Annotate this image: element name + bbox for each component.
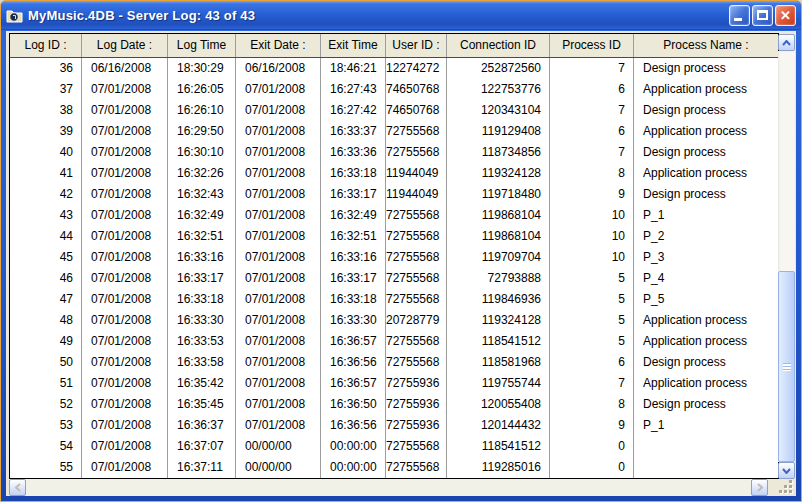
table-cell-log_time: 16:30:10 — [168, 142, 236, 163]
table-cell-process_name: Application process — [634, 79, 778, 100]
table-cell-exit_date: 07/01/2008 — [236, 226, 321, 247]
chevron-down-icon — [782, 468, 791, 474]
table-cell-exit_date: 07/01/2008 — [236, 310, 321, 331]
table-cell-log_date: 07/01/2008 — [82, 100, 168, 121]
table-cell-log_date: 07/01/2008 — [82, 121, 168, 142]
titlebar[interactable]: MyMusic.4DB - Server Log: 43 of 43 ✕ — [1, 1, 801, 30]
table-cell-exit_time: 16:36:57 — [321, 373, 386, 394]
table-cell-process_name: P_4 — [634, 268, 778, 289]
minimize-icon — [734, 18, 742, 21]
table-cell-log_date: 07/01/2008 — [82, 163, 168, 184]
table-row[interactable]: 3907/01/200816:29:5007/01/200816:33:3772… — [10, 121, 778, 142]
table-row[interactable]: 5107/01/200816:35:4207/01/200816:36:5772… — [10, 373, 778, 394]
table-cell-log_time: 16:37:11 — [168, 457, 236, 478]
chevron-left-icon — [15, 483, 21, 492]
scroll-thumb[interactable] — [778, 271, 795, 462]
resize-grip[interactable] — [778, 479, 795, 496]
table-cell-log_time: 16:33:53 — [168, 331, 236, 352]
close-button[interactable]: ✕ — [775, 5, 796, 26]
column-header-exit_date[interactable]: Exit Date : — [236, 34, 321, 57]
thumb-grip-icon — [783, 363, 791, 371]
table-row[interactable]: 5307/01/200816:36:3707/01/200816:36:5672… — [10, 415, 778, 436]
table-row[interactable]: 4207/01/200816:32:4307/01/200816:33:1711… — [10, 184, 778, 205]
column-header-exit_time[interactable]: Exit Time — [321, 34, 386, 57]
table-cell-log_id: 53 — [10, 415, 82, 436]
table-cell-log_date: 06/16/2008 — [82, 58, 168, 79]
table-cell-log_date: 07/01/2008 — [82, 373, 168, 394]
table-cell-log_id: 46 — [10, 268, 82, 289]
table-cell-user_id: 12274272 — [386, 58, 447, 79]
table-cell-connection_id: 120055408 — [447, 394, 550, 415]
column-header-log_id[interactable]: Log ID : — [10, 34, 82, 57]
table-cell-process_name: Application process — [634, 310, 778, 331]
table-row[interactable]: 3606/16/200818:30:2906/16/200818:46:2112… — [10, 58, 778, 79]
table-row[interactable]: 5207/01/200816:35:4507/01/200816:36:5072… — [10, 394, 778, 415]
table-row[interactable]: 4707/01/200816:33:1807/01/200816:33:1872… — [10, 289, 778, 310]
table-cell-log_id: 38 — [10, 100, 82, 121]
table-cell-exit_date: 07/01/2008 — [236, 79, 321, 100]
table-cell-exit_time: 16:32:49 — [321, 205, 386, 226]
table-row[interactable]: 5507/01/200816:37:1100/00/0000:00:007275… — [10, 457, 778, 478]
window-title: MyMusic.4DB - Server Log: 43 of 43 — [28, 8, 729, 23]
table-row[interactable]: 4307/01/200816:32:4907/01/200816:32:4972… — [10, 205, 778, 226]
table-row[interactable]: 4807/01/200816:33:3007/01/200816:33:3020… — [10, 310, 778, 331]
table-cell-log_date: 07/01/2008 — [82, 142, 168, 163]
table-row[interactable]: 4607/01/200816:33:1707/01/200816:33:1772… — [10, 268, 778, 289]
table-cell-process_id: 5 — [550, 310, 634, 331]
horizontal-scrollbar[interactable] — [9, 479, 768, 496]
table-body: 3606/16/200818:30:2906/16/200818:46:2112… — [10, 58, 778, 478]
table-row[interactable]: 5407/01/200816:37:0700/00/0000:00:007275… — [10, 436, 778, 457]
scroll-track[interactable] — [778, 51, 795, 462]
table-cell-exit_date: 07/01/2008 — [236, 100, 321, 121]
table-row[interactable]: 3707/01/200816:26:0507/01/200816:27:4374… — [10, 79, 778, 100]
table-cell-connection_id: 119718480 — [447, 184, 550, 205]
table-cell-process_name: P_5 — [634, 289, 778, 310]
table-row[interactable]: 5007/01/200816:33:5807/01/200816:36:5672… — [10, 352, 778, 373]
column-header-log_time[interactable]: Log Time — [168, 34, 236, 57]
table-cell-log_id: 51 — [10, 373, 82, 394]
minimize-button[interactable] — [729, 5, 750, 26]
table-cell-process_id: 9 — [550, 184, 634, 205]
table-cell-connection_id: 119285016 — [447, 457, 550, 478]
table-cell-process_name: Application process — [634, 373, 778, 394]
grip-dot-icon — [784, 485, 787, 488]
table-row[interactable]: 4407/01/200816:32:5107/01/200816:32:5172… — [10, 226, 778, 247]
table-row[interactable]: 3807/01/200816:26:1007/01/200816:27:4274… — [10, 100, 778, 121]
scroll-down-button[interactable] — [778, 462, 795, 479]
table-cell-log_time: 16:26:10 — [168, 100, 236, 121]
table-cell-exit_date: 00/00/00 — [236, 436, 321, 457]
table-cell-user_id: 11944049 — [386, 184, 447, 205]
column-header-connection_id[interactable]: Connection ID — [447, 34, 550, 57]
column-header-log_date[interactable]: Log Date : — [82, 34, 168, 57]
table-cell-log_time: 16:35:42 — [168, 373, 236, 394]
table-row[interactable]: 4107/01/200816:32:2607/01/200816:33:1811… — [10, 163, 778, 184]
close-icon: ✕ — [776, 6, 795, 25]
table-cell-user_id: 72755568 — [386, 247, 447, 268]
table-row[interactable]: 4507/01/200816:33:1607/01/200816:33:1672… — [10, 247, 778, 268]
table-cell-process_name — [634, 436, 778, 457]
table-cell-exit_time: 18:46:21 — [321, 58, 386, 79]
vertical-scrollbar[interactable] — [778, 34, 795, 479]
table-cell-user_id: 72755936 — [386, 415, 447, 436]
table-cell-exit_date: 07/01/2008 — [236, 247, 321, 268]
table-cell-log_date: 07/01/2008 — [82, 205, 168, 226]
table-cell-log_date: 07/01/2008 — [82, 247, 168, 268]
scroll-left-button[interactable] — [9, 479, 26, 496]
table-cell-log_date: 07/01/2008 — [82, 331, 168, 352]
table-row[interactable]: 4007/01/200816:30:1007/01/200816:33:3672… — [10, 142, 778, 163]
column-header-process_name[interactable]: Process Name : — [634, 34, 778, 57]
column-header-user_id[interactable]: User ID : — [386, 34, 447, 57]
scroll-up-button[interactable] — [778, 34, 795, 51]
scroll-right-button[interactable] — [751, 479, 768, 496]
column-header-process_id[interactable]: Process ID — [550, 34, 634, 57]
table-cell-log_date: 07/01/2008 — [82, 226, 168, 247]
table-cell-connection_id: 118734856 — [447, 142, 550, 163]
maximize-button[interactable] — [752, 5, 773, 26]
table-cell-log_time: 16:29:50 — [168, 121, 236, 142]
table-cell-log_time: 16:33:18 — [168, 289, 236, 310]
table-cell-log_id: 43 — [10, 205, 82, 226]
table-row[interactable]: 4907/01/200816:33:5307/01/200816:36:5772… — [10, 331, 778, 352]
table-cell-log_id: 48 — [10, 310, 82, 331]
table-cell-process_name: P_1 — [634, 415, 778, 436]
table-cell-log_date: 07/01/2008 — [82, 457, 168, 478]
